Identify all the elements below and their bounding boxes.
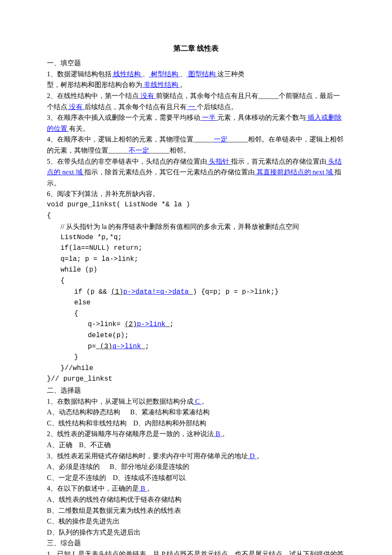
q4-a1: 一定 — [214, 136, 228, 143]
q2-t3: 后续结点，其余每个结点有且只有 — [84, 103, 187, 110]
mc-q1-a: C — [193, 398, 202, 405]
q5-a1: 头指针 — [207, 158, 231, 165]
q4-opt-d: D、队列的操作方式是先进后出 — [47, 527, 345, 538]
q1-t1: 1、数据逻辑结构包括 — [47, 70, 112, 78]
comp-q1: 1、已知 L 是无表头结点的单链表，且 P 结点既不是首元结点，也不是尾元结点，… — [47, 549, 345, 555]
code-l17: }// purge_linkst — [47, 374, 345, 385]
q5-t2: 指示，首元素结点的存储位置由 — [231, 158, 326, 165]
q4-opt-c: C、栈的操作是先进先出 — [47, 516, 345, 527]
code-l13: delete(p); — [47, 330, 345, 341]
l14d: ; — [145, 343, 149, 350]
l14a: p= — [88, 343, 96, 350]
fill-q5: 5、在带头结点的非空单链表中，头结点的存储位置由 头指针 指示，首元素结点的存储… — [47, 156, 345, 189]
q2-t4: 个后续结点。 — [197, 103, 238, 110]
q5-a3: 其直接前趋结点的 next 域 — [255, 168, 335, 176]
mc-q3: 3、线性表若采用链式存储结构时，要求内存中可用存储单元的地址 D 。 — [47, 451, 345, 462]
fill-q2: 2、在线性结构中，第一个结点 没有 前驱结点，其余每个结点有且只有______个… — [47, 90, 345, 112]
q1-opt-b: B、紧凑结构和非紧凑结构 — [130, 408, 210, 416]
code-l4: ListNode *p,*q; — [47, 232, 345, 243]
mc-q3-opts-ab: A、必须是连续的 B、部分地址必须是连续的 — [47, 461, 345, 472]
code-l12: q->link= (2)p->link ; — [47, 319, 345, 330]
mc-q1-t: 1、在数据结构中，从逻辑上可以把数据结构分成 — [47, 398, 193, 405]
mc-q4-a: B — [139, 485, 147, 492]
mc-q2-opts: A、正确 B、不正确 — [47, 439, 345, 451]
q1-opt-a: A、动态结构和静态结构 — [47, 408, 120, 416]
fill-q3: 3、在顺序表中插入或删除一个元素，需要平均移动 一半 元素，具体移动的元素个数与… — [47, 112, 345, 134]
q4-t3: ______相邻。 — [149, 147, 190, 154]
mc-q3-opts-cd: C、一定是不连续的 D、连续或不连续都可以 — [47, 472, 345, 483]
q4-a2: 不一定 — [129, 147, 149, 154]
q5-t1: 5、在带头结点的非空单链表中，头结点的存储位置由 — [47, 158, 207, 165]
mc-q1: 1、在数据结构中，从逻辑上可以把数据结构分成 C 。 — [47, 396, 345, 407]
fill-q6-head: 6、阅读下列算法，并补充所缺内容。 — [47, 188, 345, 199]
mc-q1-opts-ab: A、动态结构和静态结构 B、紧凑结构和非紧凑结构 — [47, 407, 345, 418]
q3-t3: 有关。 — [69, 125, 89, 132]
q2-a1: 没有 — [139, 92, 156, 99]
code-l7: while (p) — [47, 265, 345, 276]
q2-t1: 2、在线性结构中，第一个结点 — [47, 92, 139, 99]
q5-t3: 指示，除首元素结点外，其它任一元素结点的存储位置由 — [84, 168, 255, 176]
mc-q1-tail: 。 — [202, 398, 208, 405]
l12d: ; — [170, 321, 174, 328]
section3-heading: 三、综合题 — [47, 538, 345, 549]
q3-opt-c: C、一定是不连续的 — [47, 474, 106, 481]
l9c: p->data!=q->data — [123, 288, 189, 296]
q4-t1: 4、在顺序表中，逻辑上相邻的元素，其物理位置______ — [47, 136, 214, 143]
q3-opt-b: B、部分地址必须是连续的 — [110, 463, 190, 470]
l9b: (1) — [111, 288, 123, 296]
mc-q4-tail: 。 — [147, 485, 154, 492]
code-l1: void purge_linkst( ListNode *& la ) — [47, 199, 345, 211]
l12c: p->link — [137, 321, 165, 328]
code-l8: { — [47, 276, 345, 287]
l14b: (3) — [96, 343, 112, 350]
mc-q2-tail: 。 — [222, 430, 229, 437]
mc-q2-a: B — [214, 430, 222, 437]
code-l16: }//while — [47, 363, 345, 374]
q3-opt-d: D、连续或不连续都可以 — [113, 474, 186, 481]
q1-a2: 树型结构 — [149, 70, 180, 78]
code-l15: } — [47, 352, 345, 363]
q2-opt-b: B、不正确 — [79, 441, 111, 448]
mc-q3-t: 3、线性表若采用链式存储结构时，要求内存中可用存储单元的地址 — [47, 452, 248, 460]
section1-heading: 一、填空题 — [47, 58, 345, 69]
q1-t5: 。 — [180, 81, 187, 88]
chapter-title: 第二章 线性表 — [47, 43, 345, 54]
q3-a1: 一半 — [200, 114, 217, 121]
section2-heading: 二、选择题 — [47, 385, 345, 396]
l12b: (2) — [124, 321, 137, 328]
code-l11: { — [47, 309, 345, 320]
code-l9: if (p && (1)p->data!=q->data ) {q=p; p =… — [47, 287, 345, 298]
mc-q3-a: D — [248, 452, 257, 460]
l9a: if (p && — [74, 288, 111, 296]
code-l6: q=la; p = la->link; — [47, 254, 345, 265]
mc-q1-opts-cd: C、线性结构和非线性结构 D、内部结构和外部结构 — [47, 418, 345, 429]
mc-q4: 4、在以下的叙述中，正确的是 B 。 — [47, 483, 345, 494]
q4-opt-a: A、线性表的线性存储结构优于链表存储结构 — [47, 494, 345, 505]
q1-a3: 图型结构 — [187, 70, 217, 78]
l14c: q->link — [112, 343, 141, 350]
q1-t3: 、 — [180, 70, 187, 78]
mc-q2-t: 2、线性表的逻辑顺序与存储顺序总是一致的，这种说法 — [47, 430, 214, 437]
q2-opt-a: A、正确 — [47, 441, 72, 448]
q3-t2: 元素，具体移动的元素个数与 — [217, 114, 306, 121]
q1-opt-c: C、线性结构和非线性结构 — [47, 419, 127, 427]
fill-q4: 4、在顺序表中，逻辑上相邻的元素，其物理位置______一定______相邻。在… — [47, 134, 345, 156]
code-l3: // 从头指针为 la 的有序链表中删除所有值相同的多余元素，并释放被删结点空间 — [47, 221, 345, 232]
l12a: q->link= — [88, 321, 124, 328]
code-l14: p= (3)q->link ; — [47, 341, 345, 353]
mc-q4-t: 4、在以下的叙述中，正确的是 — [47, 485, 139, 492]
q1-a1: 线性结构 — [112, 70, 142, 78]
q1-t4a: 这三种类 — [217, 70, 245, 78]
fill-q1: 1、数据逻辑结构包括 线性结构 、 树型结构 、 图型结构 这三种类 — [47, 69, 345, 80]
code-l10: else — [47, 298, 345, 309]
mc-q3-tail: 。 — [257, 452, 263, 460]
q1-a4: 非线性结构 — [142, 81, 180, 88]
q3-t1: 3、在顺序表中插入或删除一个元素，需要平均移动 — [47, 114, 200, 121]
q2-a2: 没有 — [67, 103, 84, 110]
mc-q2: 2、线性表的逻辑顺序与存储顺序总是一致的，这种说法 B 。 — [47, 428, 345, 439]
q1-opt-d: D、内部结构和外部结构 — [133, 419, 207, 427]
q3-opt-a: A、必须是连续的 — [47, 463, 100, 470]
code-l2: { — [47, 211, 345, 222]
code-l5: if(la==NULL) return; — [47, 243, 345, 254]
q1-t2: 、 — [142, 70, 149, 78]
